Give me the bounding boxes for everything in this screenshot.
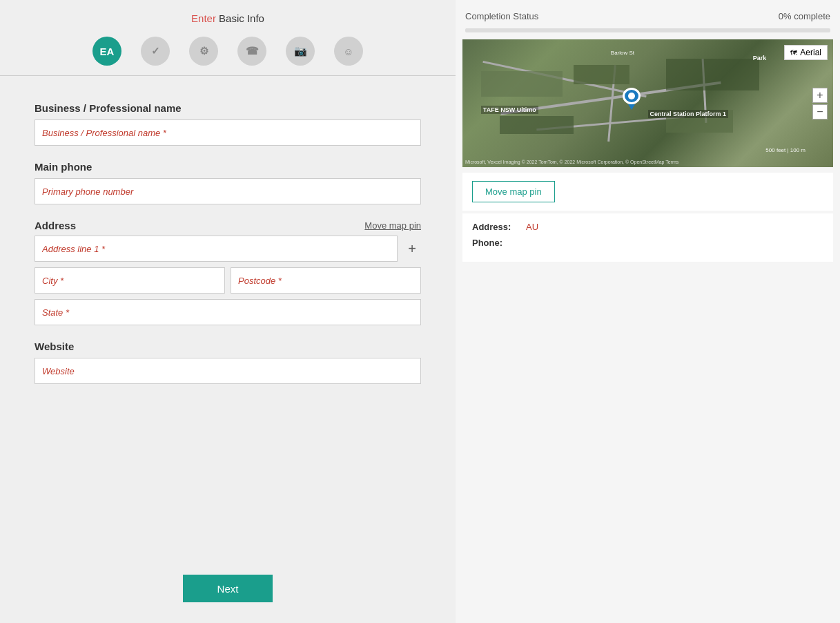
map-building-4 xyxy=(500,116,574,134)
address-label: Address xyxy=(35,220,76,231)
progress-bar-bg xyxy=(465,28,830,32)
step-icon-label-gear: ⚙ xyxy=(199,45,208,57)
map-scale-m: 100 m xyxy=(790,147,805,153)
address-value: AU xyxy=(526,222,538,232)
map-park-area xyxy=(666,59,759,90)
form-body: Business / Professional name Main phone … xyxy=(0,76,456,561)
next-btn-container: Next xyxy=(0,561,456,609)
step-icon-label-phone: ☎ xyxy=(246,45,259,57)
state-input[interactable] xyxy=(35,299,421,325)
map-copyright: Microsoft, Vexcel Imaging © 2022 TomTom,… xyxy=(465,160,678,164)
map-actions: Move map pin xyxy=(462,173,833,211)
step-icon-label-smiley: ☺ xyxy=(343,46,353,57)
map-container: TAFE NSW Ultimo Central Station Platform… xyxy=(462,39,833,167)
main-layout: Enter Basic Info EA ✓ ⚙ ☎ 📷 ☺ xyxy=(0,0,840,623)
header-info: Info xyxy=(247,12,264,24)
move-map-pin-link[interactable]: Move map pin xyxy=(364,220,421,231)
aerial-button[interactable]: 🗺 Aerial xyxy=(784,45,828,60)
map-scale: 500 feet | 100 m xyxy=(765,147,805,153)
step-icon-smiley[interactable]: ☺ xyxy=(334,37,363,66)
map-bg: TAFE NSW Ultimo Central Station Platform… xyxy=(462,39,833,167)
phone-input[interactable] xyxy=(35,178,421,204)
zoom-out-button[interactable]: − xyxy=(812,104,828,119)
map-building-2 xyxy=(574,65,629,84)
step-icon-camera[interactable]: 📷 xyxy=(286,37,315,66)
address-info-section: Address: AU Phone: xyxy=(462,213,833,262)
step-icon-gear[interactable]: ⚙ xyxy=(189,37,218,66)
step-icon-basic[interactable]: EA xyxy=(92,37,121,66)
next-button[interactable]: Next xyxy=(183,575,273,602)
header-basic: Basic xyxy=(216,12,247,24)
add-address-line-button[interactable]: + xyxy=(403,240,421,258)
website-input[interactable] xyxy=(35,358,421,384)
step-icons: EA ✓ ⚙ ☎ 📷 ☺ xyxy=(0,31,456,75)
phone-info-row: Phone: xyxy=(472,238,823,248)
postcode-input[interactable] xyxy=(231,267,421,294)
step-icon-phone[interactable]: ☎ xyxy=(237,37,266,66)
step-icon-label-basic: EA xyxy=(100,46,115,57)
aerial-icon: 🗺 xyxy=(790,49,797,57)
address-line-input[interactable] xyxy=(35,236,398,262)
address-info-row: Address: AU xyxy=(472,222,823,232)
header-enter: Enter xyxy=(191,12,216,24)
business-name-input[interactable] xyxy=(35,119,421,146)
map-pin-circle xyxy=(623,88,641,104)
address-key: Address: xyxy=(472,222,520,232)
completion-label: Completion Status xyxy=(465,11,538,21)
step-icon-label-camera: 📷 xyxy=(294,45,307,57)
right-panel: Completion Status 0% complete xyxy=(456,0,840,623)
phone-key: Phone: xyxy=(472,238,520,248)
step-icon-label-check: ✓ xyxy=(151,45,160,57)
form-header: Enter Basic Info xyxy=(0,0,456,31)
step-icon-check[interactable]: ✓ xyxy=(141,37,170,66)
map-building-1 xyxy=(481,71,563,97)
aerial-label: Aerial xyxy=(800,48,821,57)
map-label-tafe: TAFE NSW Ultimo xyxy=(481,106,538,114)
map-zoom-btns: + − xyxy=(812,88,828,119)
map-pin xyxy=(622,88,641,110)
completion-bar-section: Completion Status 0% complete xyxy=(462,7,833,26)
main-phone-label: Main phone xyxy=(35,161,421,173)
move-map-pin-button[interactable]: Move map pin xyxy=(472,181,555,202)
completion-pct: 0% complete xyxy=(779,11,830,21)
zoom-in-button[interactable]: + xyxy=(812,88,828,103)
map-park-label: Park xyxy=(753,55,767,61)
left-panel: Enter Basic Info EA ✓ ⚙ ☎ 📷 ☺ xyxy=(0,0,456,623)
map-label-central: Central Station Platform 1 xyxy=(648,110,729,118)
map-scale-ft: 500 feet xyxy=(765,147,785,153)
map-pin-tail xyxy=(628,104,635,110)
city-input[interactable] xyxy=(35,267,225,294)
map-barlow-label: Barlow St xyxy=(611,50,634,56)
map-pin-inner xyxy=(628,93,635,99)
website-label: Website xyxy=(35,341,421,352)
business-label: Business / Professional name xyxy=(35,102,421,114)
